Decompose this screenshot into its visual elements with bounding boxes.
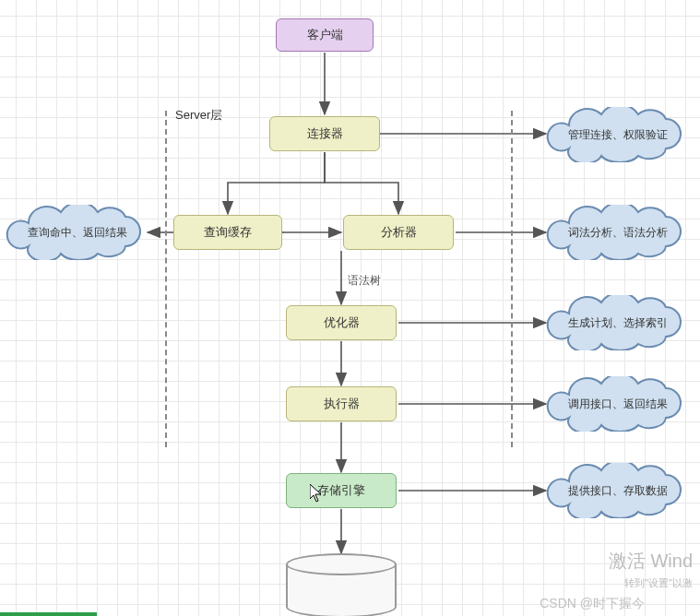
server-group-right-border: [511, 111, 513, 447]
node-client: 客户端: [276, 18, 374, 52]
node-connector-label: 连接器: [307, 125, 343, 142]
cloud-storage-note: 提供接口、存取数据: [546, 463, 689, 518]
cloud-cache-note: 查询命中、返回结果: [6, 205, 148, 260]
edge-label-syntax-tree: 语法树: [346, 273, 383, 289]
cloud-connector-note: 管理连接、权限验证: [546, 107, 689, 162]
cloud-text: 提供接口、存取数据: [568, 483, 668, 499]
cloud-text: 生成计划、选择索引: [568, 315, 668, 331]
node-executor-label: 执行器: [324, 396, 360, 412]
node-executor: 执行器: [286, 386, 397, 421]
cloud-text: 词法分析、语法分析: [568, 225, 668, 241]
node-connector: 连接器: [269, 116, 380, 151]
cloud-executor-note: 调用接口、返回结果: [546, 376, 689, 432]
node-analyzer: 分析器: [343, 215, 454, 250]
cloud-text: 管理连接、权限验证: [568, 127, 668, 143]
node-client-label: 客户端: [307, 27, 343, 43]
server-group-label: Server层: [175, 107, 222, 124]
node-cache-label: 查询缓存: [204, 224, 252, 241]
windows-activation-watermark: 激活 Wind: [609, 549, 693, 574]
cloud-text: 查询命中、返回结果: [28, 225, 127, 241]
windows-activation-subtext: 转到"设置"以激: [624, 576, 693, 590]
csdn-watermark: CSDN @时下握今: [540, 596, 645, 612]
node-cache: 查询缓存: [173, 215, 282, 250]
node-analyzer-label: 分析器: [381, 224, 417, 241]
node-optimizer-label: 优化器: [324, 314, 360, 331]
cloud-text: 调用接口、返回结果: [568, 397, 668, 412]
node-optimizer: 优化器: [286, 305, 397, 340]
progress-bar-accent: [0, 612, 97, 616]
cloud-analyzer-note: 词法分析、语法分析: [546, 205, 689, 260]
node-storage-label: 存储引擎: [317, 482, 365, 499]
server-group-left-border: [165, 111, 167, 447]
node-database: [286, 553, 397, 616]
node-storage: 存储引擎: [286, 473, 397, 508]
cloud-optimizer-note: 生成计划、选择索引: [546, 295, 689, 350]
